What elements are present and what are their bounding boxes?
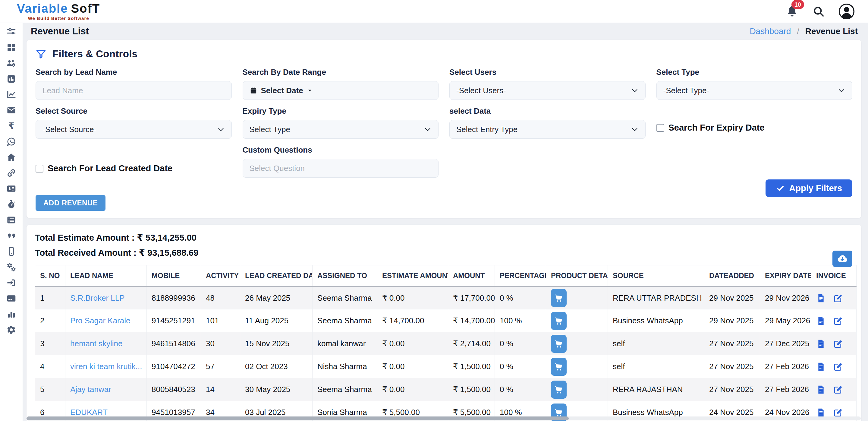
sidebar-item-envelope[interactable] (4, 105, 19, 116)
cell-source: RERA RAJASTHAN (608, 378, 704, 401)
sidebar: ₹ (0, 23, 23, 421)
avatar[interactable] (838, 3, 855, 20)
sidebar-item-credit-card[interactable] (4, 293, 19, 304)
sidebar-item-whatsapp[interactable] (4, 136, 19, 147)
invoice-edit-icon[interactable] (833, 339, 843, 349)
cell-lead-created-date: 02 Oct 2023 (240, 355, 313, 378)
table-body: 1 S.R.Broker LLP 8188999936 48 26 May 20… (35, 287, 857, 421)
breadcrumb-dashboard-link[interactable]: Dashboard (749, 27, 791, 36)
expiry-date-checkbox[interactable] (656, 124, 664, 132)
cell-mobile: 9104704272 (147, 355, 201, 378)
sidebar-item-chart-column[interactable] (4, 309, 19, 319)
invoice-edit-icon[interactable] (833, 408, 843, 417)
add-revenue-button[interactable]: ADD REVENUE (36, 195, 105, 211)
horizontal-scrollbar-thumb[interactable] (27, 417, 569, 420)
sidebar-item-stopwatch[interactable] (4, 199, 19, 210)
table-row: 4 viren ki team krutik... 9104704272 57 … (35, 355, 857, 378)
brand-name-dark: SofT (71, 2, 100, 14)
table-row: 2 Pro Sagar Karale 9145251291 101 11 Aug… (35, 309, 857, 332)
lead-name-link[interactable]: Pro Sagar Karale (70, 316, 130, 325)
product-cart-button[interactable] (551, 312, 567, 330)
invoice-file-icon[interactable] (816, 385, 826, 394)
chart-line-icon (6, 90, 16, 99)
sidebar-item-chart-line[interactable] (4, 89, 19, 100)
date-range-button[interactable]: Select Date (243, 81, 439, 100)
sidebar-item-gears[interactable] (4, 262, 19, 272)
expiry-type-dropdown[interactable]: Select Type (243, 120, 439, 139)
invoice-edit-icon[interactable] (833, 385, 843, 394)
cell-product-detail (546, 378, 608, 401)
export-download-button[interactable] (832, 250, 852, 267)
select-data-dropdown[interactable]: Select Entry Type (450, 120, 646, 139)
select-users-dropdown[interactable]: -Select Users- (450, 81, 646, 100)
invoice-edit-icon[interactable] (833, 294, 843, 303)
lead-name-link[interactable]: hemant skyline (70, 339, 122, 348)
cell-expiry-date: 29 May 2026 (760, 309, 811, 332)
lead-created-checkbox-row: Search For Lead Created Date (36, 163, 232, 173)
select-type-dropdown[interactable]: -Select Type- (656, 81, 852, 100)
invoice-edit-icon[interactable] (833, 362, 843, 371)
cell-expiry-date: 27 Dec 2025 (760, 332, 811, 355)
select-source-dropdown[interactable]: -Select Source- (36, 120, 232, 139)
sidebar-item-sliders[interactable] (4, 27, 19, 37)
sidebar-item-mobile[interactable] (4, 246, 19, 257)
sidebar-item-id-card[interactable] (4, 183, 19, 194)
cell-invoice (811, 332, 857, 355)
select-users-label: Select Users (450, 67, 646, 77)
sidebar-item-rupee[interactable]: ₹ (4, 121, 19, 131)
sidebar-item-link[interactable] (4, 168, 19, 178)
product-cart-button[interactable] (551, 381, 567, 399)
cell-activity: 57 (201, 355, 240, 378)
cell-estimate-amount: ₹ 0.00 (377, 332, 448, 355)
sidebar-item-home[interactable] (4, 152, 19, 162)
sidebar-item-list[interactable] (4, 215, 19, 225)
horizontal-scrollbar[interactable] (27, 417, 861, 420)
cell-assigned-to: Seema Sharma (313, 378, 377, 401)
cell-mobile: 8188999936 (147, 287, 201, 309)
product-cart-button[interactable] (551, 289, 567, 307)
expiry-date-checkbox-row: Search For Expiry Date (656, 123, 852, 133)
select-source-value: -Select Source- (42, 125, 96, 134)
sidebar-item-users-gear[interactable] (4, 58, 19, 68)
search-icon[interactable] (812, 5, 825, 18)
apply-filters-button[interactable]: Apply Filters (766, 179, 852, 197)
invoice-file-icon[interactable] (816, 294, 826, 303)
lead-name-input[interactable] (36, 81, 232, 100)
cell-lead-created-date: 15 Nov 2025 (240, 332, 313, 355)
breadcrumb: Dashboard / Revenue List (749, 27, 858, 36)
invoice-edit-icon[interactable] (833, 316, 843, 326)
table-row: 3 hemant skyline 9461514806 30 15 Nov 20… (35, 332, 857, 355)
lead-name-link[interactable]: Ajay tanwar (70, 385, 111, 394)
main-content: Revenue List Dashboard / Revenue List Fi… (23, 23, 868, 421)
invoice-file-icon[interactable] (816, 408, 826, 417)
column-header: LEAD CREATED DATE (240, 265, 313, 287)
brand-name-blue: Variable (17, 2, 68, 14)
custom-questions-input[interactable] (243, 159, 439, 178)
product-cart-button[interactable] (551, 358, 567, 376)
sidebar-item-grid[interactable] (4, 42, 19, 53)
sidebar-item-chart-bar-square[interactable] (4, 73, 19, 84)
sidebar-item-settings[interactable] (4, 325, 19, 335)
cell-expiry-date: 27 Feb 2026 (760, 378, 811, 401)
filters-card: Filters & Controls Search by Lead Name S… (27, 40, 861, 218)
notifications-button[interactable]: 10 (785, 4, 799, 19)
cell-percentage: 0 % (495, 378, 546, 401)
sidebar-item-sign-in[interactable] (4, 277, 19, 288)
lead-name-link[interactable]: S.R.Broker LLP (70, 294, 125, 302)
invoice-file-icon[interactable] (816, 362, 826, 371)
cell-percentage: 100 % (495, 309, 546, 332)
invoice-file-icon[interactable] (816, 316, 826, 326)
sidebar-item-quotes[interactable] (4, 231, 19, 241)
product-cart-button[interactable] (551, 335, 567, 353)
credit-card-icon (6, 294, 16, 303)
cell-amount: ₹ 1,500.00 (448, 378, 495, 401)
lead-created-checkbox[interactable] (36, 165, 43, 173)
brand-logo[interactable]: Variable SofT We Build Better Software (17, 2, 100, 21)
revenue-table-card: Total Estimate Amount : ₹ 53,14,255.00 T… (27, 225, 861, 421)
grid-icon (6, 42, 16, 53)
lead-name-link[interactable]: viren ki team krutik... (70, 362, 142, 371)
lead-name-link[interactable]: EDUKART (70, 408, 107, 417)
select-data-value: Select Entry Type (456, 125, 518, 134)
invoice-file-icon[interactable] (816, 339, 826, 349)
select-type-value: -Select Type- (663, 86, 710, 95)
